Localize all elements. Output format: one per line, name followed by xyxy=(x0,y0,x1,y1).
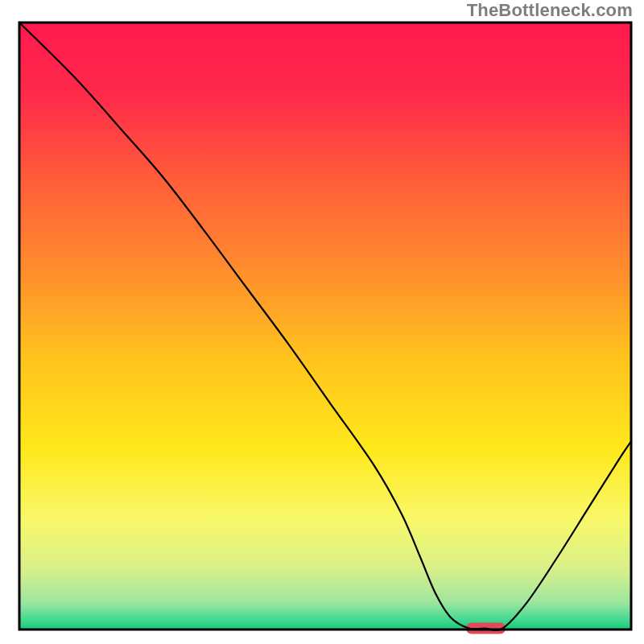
chart-background-gradient xyxy=(19,23,631,630)
bottleneck-chart: TheBottleneck.com xyxy=(0,0,644,644)
chart-svg xyxy=(0,0,644,644)
